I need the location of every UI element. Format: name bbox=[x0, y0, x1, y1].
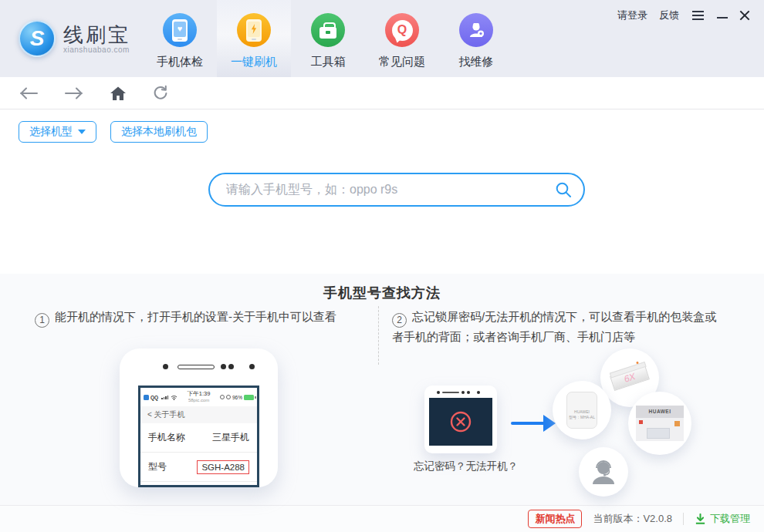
model-label: 型号 bbox=[148, 460, 167, 473]
box-model-label: 6X bbox=[623, 371, 637, 385]
locked-phone bbox=[424, 386, 497, 453]
status-site: 58pic.com bbox=[188, 397, 211, 403]
nav-label: 常见问题 bbox=[379, 55, 425, 69]
login-link[interactable]: 请登录 bbox=[617, 8, 647, 22]
select-local-package-label: 选择本地刷机包 bbox=[121, 125, 197, 139]
nav-item-toolbox[interactable]: 工具箱 bbox=[291, 0, 365, 77]
battery-percent: 96% bbox=[232, 395, 242, 400]
store-circle: HUAWEI bbox=[628, 392, 691, 455]
nav-item-one-key-flash[interactable]: 一键刷机 bbox=[217, 0, 291, 77]
repairman-icon bbox=[459, 13, 493, 47]
about-phone-illustration: QQ 下午1:39 58pic.com 96% < 关于手机 手机名称 bbox=[120, 348, 278, 487]
download-manager-button[interactable]: 下载管理 bbox=[695, 512, 750, 526]
browser-toolbar bbox=[0, 77, 764, 109]
back-brand: HUAWEI bbox=[574, 409, 590, 415]
phone-name-value: 三星手机 bbox=[212, 431, 249, 444]
nav-label: 工具箱 bbox=[311, 55, 346, 69]
customer-service-circle bbox=[579, 447, 628, 497]
help-step-1: 1能开机的情况下，打开手机的设置-关于手机中可以查看 bbox=[35, 308, 378, 328]
toolbox-icon bbox=[311, 13, 345, 47]
flash-page-main: 选择机型 选择本地刷机包 bbox=[0, 109, 764, 274]
help-step-2: 2忘记锁屏密码/无法开机的情况下，可以查看手机的包装盒或者手机的背面；或者咨询手… bbox=[392, 308, 727, 346]
phone-name-row: 手机名称 三星手机 bbox=[140, 423, 257, 453]
minimize-button[interactable] bbox=[717, 17, 728, 19]
wifi-icon bbox=[171, 395, 177, 400]
app-logo: S 线刷宝 xianshuabao.com bbox=[19, 20, 130, 57]
brand-domain: xianshuabao.com bbox=[63, 45, 130, 54]
bluetooth-icon bbox=[226, 395, 231, 399]
step-2-number: 2 bbox=[392, 313, 407, 328]
news-hotspot-button[interactable]: 新闻热点 bbox=[528, 510, 582, 528]
footer-divider bbox=[683, 513, 684, 525]
main-nav: ♥ 手机体检 一键刷机 工具箱 Q 常见问题 bbox=[143, 0, 513, 77]
feedback-link[interactable]: 反馈 bbox=[659, 8, 679, 22]
close-button[interactable] bbox=[739, 10, 750, 21]
model-row: 型号 SGH-A288 bbox=[140, 453, 257, 482]
nav-label: 手机体检 bbox=[157, 55, 203, 69]
dropdown-caret-icon bbox=[78, 130, 86, 134]
flash-icon bbox=[237, 13, 271, 47]
phone-screen: QQ 下午1:39 58pic.com 96% < 关于手机 手机名称 bbox=[138, 386, 259, 487]
step-2-text: 忘记锁屏密码/无法开机的情况下，可以查看手机的包装盒或者手机的背面；或者咨询手机… bbox=[392, 310, 716, 343]
forward-button[interactable] bbox=[64, 86, 84, 100]
nav-item-phone-check[interactable]: ♥ 手机体检 bbox=[143, 0, 217, 77]
app-header: S 线刷宝 xianshuabao.com ♥ 手机体检 一键刷机 工具箱 bbox=[0, 0, 764, 77]
support-agent-icon bbox=[588, 456, 619, 487]
arrow-right-icon bbox=[511, 412, 557, 435]
nav-label: 一键刷机 bbox=[231, 55, 277, 69]
step-1-number: 1 bbox=[35, 313, 49, 328]
phone-speaker-dots bbox=[163, 364, 255, 369]
orientation-lock-icon bbox=[220, 395, 225, 399]
model-value-highlight: SGH-A288 bbox=[197, 460, 249, 474]
phone-status-bar: QQ 下午1:39 58pic.com 96% bbox=[140, 388, 257, 406]
nav-item-faq[interactable]: Q 常见问题 bbox=[365, 0, 439, 77]
phone-speaker-dots bbox=[437, 391, 480, 394]
store-sign: HUAWEI bbox=[636, 406, 684, 418]
locked-caption: 忘记密码？无法开机？ bbox=[414, 460, 545, 473]
select-model-label: 选择机型 bbox=[29, 125, 73, 139]
nav-item-repair[interactable]: 找维修 bbox=[439, 0, 513, 77]
phone-check-icon: ♥ bbox=[163, 13, 197, 47]
logo-icon: S bbox=[19, 20, 56, 57]
select-model-button[interactable]: 选择机型 bbox=[19, 121, 96, 143]
brand-name: 线刷宝 bbox=[63, 24, 130, 45]
back-model: 型号：MHA-AL bbox=[569, 415, 595, 420]
qq-app-icon bbox=[144, 395, 149, 400]
model-search bbox=[208, 173, 585, 207]
model-search-input[interactable] bbox=[208, 173, 585, 207]
phone-back-circle: HUAWEI 型号：MHA-AL bbox=[553, 381, 611, 439]
error-circle-x-icon bbox=[448, 409, 473, 434]
nav-label: 找维修 bbox=[459, 55, 494, 69]
version-label: 当前版本：V2.0.8 bbox=[593, 512, 672, 526]
select-local-package-button[interactable]: 选择本地刷机包 bbox=[110, 121, 208, 143]
question-bubble-icon: Q bbox=[385, 13, 419, 47]
step-1-text: 能开机的情况下，打开手机的设置-关于手机中可以查看 bbox=[55, 310, 336, 323]
search-icon[interactable] bbox=[555, 181, 572, 201]
refresh-button[interactable] bbox=[152, 85, 169, 102]
error-screen bbox=[429, 398, 492, 446]
status-bar: 新闻热点 当前版本：V2.0.8 下载管理 bbox=[0, 505, 764, 532]
menu-icon[interactable] bbox=[691, 9, 705, 22]
status-time: 下午1:39 bbox=[188, 391, 211, 397]
locked-phone-illustration: 忘记密码？无法开机？ 6X HUAWEI 型号：MHA-AL HUAWEI bbox=[401, 347, 758, 501]
home-button[interactable] bbox=[110, 86, 127, 101]
back-button[interactable] bbox=[19, 86, 39, 100]
about-phone-nav-row: < 关于手机 bbox=[140, 406, 257, 423]
model-help-section: 手机型号查找方法 1能开机的情况下，打开手机的设置-关于手机中可以查看 2忘记锁… bbox=[0, 274, 764, 505]
help-title: 手机型号查找方法 bbox=[0, 284, 764, 302]
battery-icon bbox=[244, 395, 254, 400]
column-divider bbox=[378, 306, 379, 365]
signal-bars-icon bbox=[161, 396, 168, 399]
phone-name-label: 手机名称 bbox=[148, 431, 185, 444]
qq-label: QQ bbox=[150, 395, 158, 400]
download-icon bbox=[695, 513, 706, 525]
download-manager-label: 下载管理 bbox=[710, 512, 750, 526]
